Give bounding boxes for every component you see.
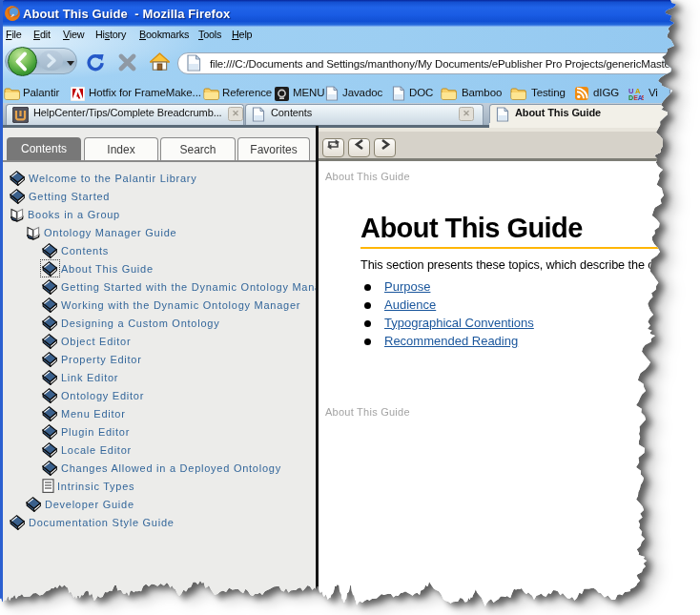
svg-text:S: S (641, 94, 644, 101)
